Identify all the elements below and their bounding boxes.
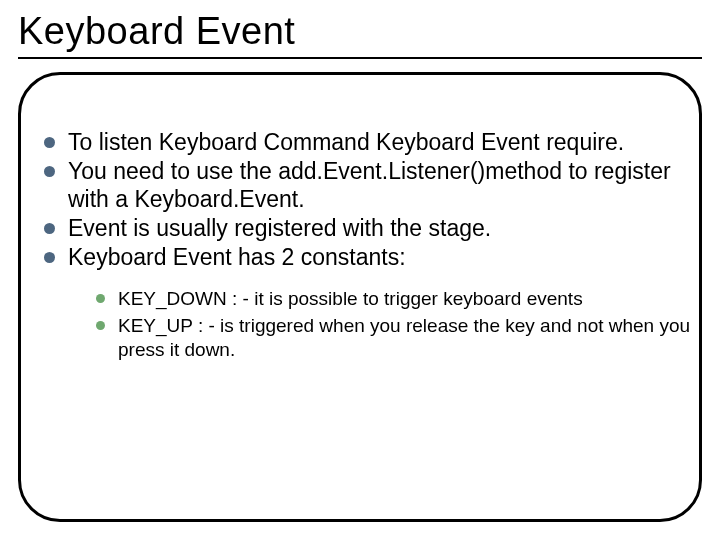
title-underline [18,57,702,59]
list-item: To listen Keyboard Command Keyboard Even… [40,128,692,156]
list-item: Keyboard Event has 2 constants: [40,243,692,271]
list-item: You need to use the add.Event.Listener()… [40,157,692,213]
slide-content: To listen Keyboard Command Keyboard Even… [40,128,692,364]
slide: Keyboard Event To listen Keyboard Comman… [0,0,720,540]
list-item: Event is usually registered with the sta… [40,214,692,242]
title-block: Keyboard Event [0,0,720,65]
list-item: KEY_DOWN : - it is possible to trigger k… [94,287,692,311]
list-item: KEY_UP : - is triggered when you release… [94,314,692,363]
bullet-list: To listen Keyboard Command Keyboard Even… [40,128,692,271]
sub-bullet-list: KEY_DOWN : - it is possible to trigger k… [94,287,692,362]
slide-title: Keyboard Event [18,10,702,53]
